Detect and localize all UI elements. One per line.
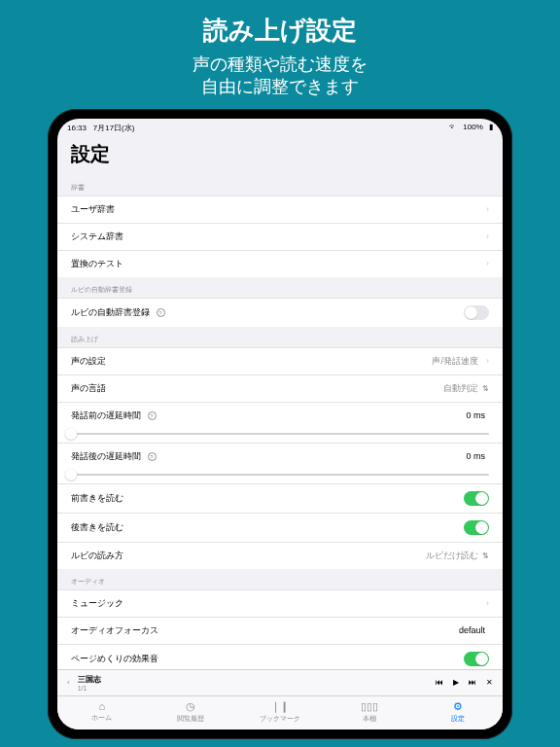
audio-section-header: オーディオ bbox=[57, 569, 503, 589]
shelf-icon: ▯▯▯ bbox=[361, 700, 378, 713]
page-se-row[interactable]: ページめくりの効果音 bbox=[57, 644, 503, 669]
status-time: 16:33 bbox=[67, 124, 87, 132]
page-se-switch[interactable] bbox=[464, 652, 489, 666]
chevron-right-icon: › bbox=[482, 205, 489, 214]
status-date: 7月17日(水) bbox=[93, 124, 135, 132]
pre-delay-slider[interactable] bbox=[57, 429, 503, 444]
close-icon[interactable]: ✕ bbox=[486, 678, 493, 687]
tab-history[interactable]: ◷ 閲覧履歴 bbox=[147, 700, 236, 724]
read-afterword-row[interactable]: 後書きを読む bbox=[57, 513, 503, 542]
tab-home[interactable]: ⌂ ホーム bbox=[57, 700, 147, 724]
replace-test-row[interactable]: 置換のテスト › bbox=[57, 250, 503, 277]
voice-settings-row[interactable]: 声の設定 声/発話速度 › bbox=[57, 347, 503, 374]
chevron-right-icon: › bbox=[482, 260, 489, 268]
clock-icon: ◷ bbox=[186, 700, 195, 713]
ruby-mode-row[interactable]: ルビの読み方 ルビだけ読む ⇅ bbox=[57, 542, 503, 569]
promo-sub: 声の種類や読む速度を自由に調整できます bbox=[192, 53, 368, 99]
read-afterword-switch[interactable] bbox=[464, 520, 489, 535]
read-foreword-switch[interactable] bbox=[464, 491, 489, 506]
device-frame: 16:33 7月17日(水) ᯤ 100% ▮ 設定 辞書 ユーザ辞書 › シス… bbox=[48, 109, 512, 739]
updown-icon: ⇅ bbox=[482, 551, 489, 560]
status-bar: 16:33 7月17日(水) ᯤ 100% ▮ bbox=[57, 119, 503, 135]
pre-delay-row[interactable]: 発話前の遅延時間 ? 0 ms bbox=[57, 402, 503, 429]
mini-player: ‹ 三国志 1/1 ⏮ ▶ ⏭ ✕ bbox=[57, 669, 503, 695]
info-icon[interactable]: ? bbox=[148, 452, 157, 461]
page-title: 設定 bbox=[57, 135, 503, 175]
chevron-down-icon[interactable]: ‹ bbox=[67, 678, 70, 687]
info-icon[interactable]: ? bbox=[157, 308, 165, 317]
rewind-icon[interactable]: ⏮ bbox=[436, 678, 443, 687]
player-title: 三国志 bbox=[78, 674, 101, 685]
chevron-right-icon: › bbox=[482, 357, 489, 366]
bookmark-icon: ❘❙ bbox=[271, 700, 289, 713]
settings-list[interactable]: 辞書 ユーザ辞書 › システム辞書 › 置換のテスト › ルビの自動辞書登録 bbox=[57, 175, 503, 669]
ruby-auto-switch[interactable] bbox=[464, 305, 489, 320]
tab-shelf[interactable]: ▯▯▯ 本棚 bbox=[325, 700, 414, 724]
info-icon[interactable]: ? bbox=[148, 411, 157, 420]
tab-settings[interactable]: ⚙ 設定 bbox=[413, 700, 503, 724]
forward-icon[interactable]: ⏭ bbox=[469, 678, 476, 687]
tab-bar: ⌂ ホーム ◷ 閲覧履歴 ❘❙ ブックマーク ▯▯▯ 本棚 ⚙ 設定 bbox=[57, 695, 503, 729]
post-delay-slider[interactable] bbox=[57, 470, 503, 484]
player-progress: 1/1 bbox=[78, 685, 101, 692]
system-dict-row[interactable]: システム辞書 › bbox=[57, 223, 503, 250]
ruby-section-header: ルビの自動辞書登録 bbox=[57, 277, 503, 298]
ruby-auto-row[interactable]: ルビの自動辞書登録 ? bbox=[57, 298, 503, 327]
battery-text: 100% bbox=[463, 123, 482, 131]
music-row[interactable]: ミュージック › bbox=[57, 589, 503, 617]
chevron-right-icon: › bbox=[482, 232, 489, 241]
promo-block: 読み上げ設定 声の種類や読む速度を自由に調整できます bbox=[192, 0, 368, 109]
tab-bookmark[interactable]: ❘❙ ブックマーク bbox=[235, 700, 325, 724]
post-delay-row[interactable]: 発話後の遅延時間 ? 0 ms bbox=[57, 444, 503, 470]
promo-title: 読み上げ設定 bbox=[192, 14, 368, 48]
wifi-icon: ᯤ bbox=[449, 123, 457, 131]
user-dict-row[interactable]: ユーザ辞書 › bbox=[57, 196, 503, 223]
gear-icon: ⚙ bbox=[453, 700, 463, 713]
home-icon: ⌂ bbox=[98, 700, 105, 712]
battery-icon: ▮ bbox=[489, 123, 493, 131]
read-foreword-row[interactable]: 前書きを読む bbox=[57, 484, 503, 513]
updown-icon: ⇅ bbox=[482, 384, 489, 393]
audio-focus-row[interactable]: オーディオフォーカス default bbox=[57, 617, 503, 644]
play-icon[interactable]: ▶ bbox=[453, 678, 459, 687]
chevron-right-icon: › bbox=[482, 599, 489, 608]
voice-lang-row[interactable]: 声の言語 自動判定 ⇅ bbox=[57, 374, 503, 402]
screen: 16:33 7月17日(水) ᯤ 100% ▮ 設定 辞書 ユーザ辞書 › シス… bbox=[57, 119, 503, 729]
dict-section-header: 辞書 bbox=[57, 175, 503, 196]
read-section-header: 読み上げ bbox=[57, 327, 503, 347]
